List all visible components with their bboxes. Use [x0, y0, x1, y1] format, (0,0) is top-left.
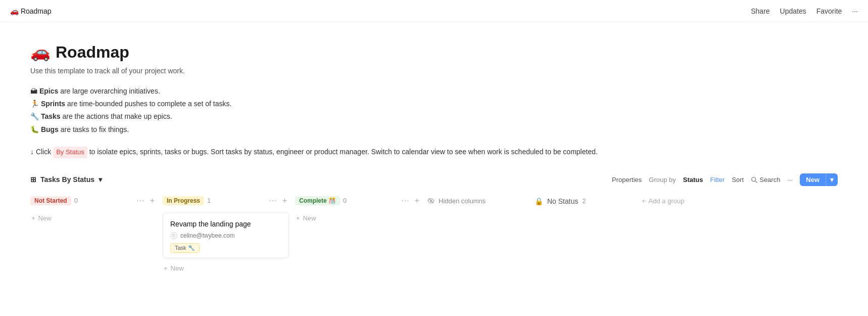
column-add-in-progress[interactable]: + — [280, 196, 289, 205]
group-by-value[interactable]: Status — [683, 176, 703, 184]
plus-icon-not-started: + — [31, 214, 35, 222]
assignee-icon: © — [170, 232, 177, 239]
filter-button[interactable]: Filter — [710, 176, 725, 184]
by-status-tag[interactable]: By Status — [53, 147, 87, 158]
search-area[interactable]: Search — [751, 176, 780, 184]
desc-tasks: 🔧 Tasks are the actions that make up epi… — [30, 110, 838, 123]
board-title-icon: ⊞ — [30, 175, 36, 184]
column-options-complete[interactable]: ··· — [401, 196, 409, 205]
board-title-area[interactable]: ⊞ Tasks By Status ▾ — [30, 175, 102, 184]
no-status-icon: 🔒 — [535, 197, 543, 205]
column-options-in-progress[interactable]: ··· — [269, 196, 277, 205]
app-title: 🚗 Roadmap — [10, 7, 52, 15]
topbar: 🚗 Roadmap Share Updates Favorite ··· — [0, 0, 868, 22]
column-not-started: Not Started 0 ··· + + New — [30, 194, 157, 224]
desc-epics: 🏔 Epics are large overarching initiative… — [30, 85, 838, 98]
add-group-label: Add a group — [649, 197, 685, 205]
task-tag: Task 🔧 — [170, 243, 200, 253]
column-options-not-started[interactable]: ··· — [136, 196, 144, 205]
board-title-label: Tasks By Status — [40, 175, 94, 184]
add-new-not-started[interactable]: + New — [30, 212, 157, 224]
task-card-assignee: © celine@twybee.com — [170, 232, 281, 239]
hidden-columns-label: Hidden columns — [439, 197, 486, 205]
new-button-chevron-icon[interactable]: ▾ — [826, 173, 838, 186]
more-options-icon[interactable]: ··· — [852, 7, 858, 15]
search-icon — [751, 176, 757, 183]
new-button-container: New ▾ — [800, 173, 838, 186]
updates-button[interactable]: Updates — [780, 7, 806, 15]
hidden-icon — [427, 197, 435, 204]
task-card-title: Revamp the landing page — [170, 220, 281, 228]
badge-not-started: Not Started — [30, 196, 71, 205]
count-complete: 0 — [343, 197, 347, 204]
column-header-not-started: Not Started 0 ··· + — [30, 194, 157, 207]
share-button[interactable]: Share — [751, 7, 769, 15]
add-new-in-progress[interactable]: + New — [163, 262, 289, 274]
add-new-complete[interactable]: + New — [295, 212, 421, 224]
badge-in-progress: In Progress — [163, 196, 204, 205]
task-card-revamp[interactable]: Revamp the landing page © celine@twybee.… — [163, 212, 289, 258]
favorite-button[interactable]: Favorite — [816, 7, 842, 15]
add-group-plus-icon: + — [642, 197, 646, 205]
assignee-email: celine@twybee.com — [180, 232, 235, 239]
desc-bugs: 🐛 Bugs are tasks to fix things. — [30, 123, 838, 136]
column-add-not-started[interactable]: + — [148, 196, 157, 205]
desc-sprints: 🏃 Sprints are time-bounded pushes to com… — [30, 98, 838, 110]
properties-button[interactable]: Properties — [612, 176, 642, 184]
main-content: 🚗 Roadmap Use this template to track all… — [0, 22, 868, 284]
page-title: 🚗 Roadmap — [30, 42, 838, 62]
no-status-label: No Status — [547, 197, 578, 205]
sort-button[interactable]: Sort — [732, 176, 744, 184]
board-title-chevron: ▾ — [99, 175, 102, 184]
board-columns: Not Started 0 ··· + + New In Progress 1 … — [30, 194, 838, 274]
toolbar-actions: Properties Group by Status Filter Sort S… — [612, 173, 838, 186]
search-label: Search — [759, 176, 780, 184]
column-complete: Complete 🎊 0 ··· + + New — [295, 194, 421, 224]
column-no-status: 🔒 No Status 2 — [535, 194, 636, 208]
no-status-header: 🔒 No Status 2 — [535, 194, 636, 208]
description-list: 🏔 Epics are large overarching initiative… — [30, 85, 838, 136]
badge-complete: Complete 🎊 — [295, 196, 340, 205]
new-button[interactable]: New — [800, 173, 826, 186]
svg-line-1 — [755, 180, 757, 182]
plus-icon-complete: + — [296, 214, 300, 222]
add-group-col[interactable]: + Add a group — [642, 194, 733, 208]
click-tip: ↓ Click By Status to isolate epics, spri… — [30, 146, 838, 158]
title-emoji: 🚗 — [30, 42, 51, 62]
count-not-started: 0 — [74, 197, 78, 204]
page-subtitle: Use this template to track all of your p… — [30, 67, 838, 75]
board-toolbar: ⊞ Tasks By Status ▾ Properties Group by … — [30, 173, 838, 186]
title-text: Roadmap — [56, 43, 129, 62]
group-by-label: Group by — [649, 176, 676, 184]
no-status-count: 2 — [582, 197, 586, 205]
column-in-progress: In Progress 1 ··· + Revamp the landing p… — [163, 194, 289, 274]
column-header-in-progress: In Progress 1 ··· + — [163, 194, 289, 207]
count-in-progress: 1 — [207, 197, 211, 204]
column-add-complete[interactable]: + — [413, 196, 421, 205]
column-header-complete: Complete 🎊 0 ··· + — [295, 194, 421, 207]
more-board-options[interactable]: ··· — [787, 176, 793, 184]
topbar-actions: Share Updates Favorite ··· — [751, 7, 858, 15]
plus-icon-in-progress: + — [164, 264, 168, 272]
hidden-columns[interactable]: Hidden columns — [427, 194, 528, 208]
